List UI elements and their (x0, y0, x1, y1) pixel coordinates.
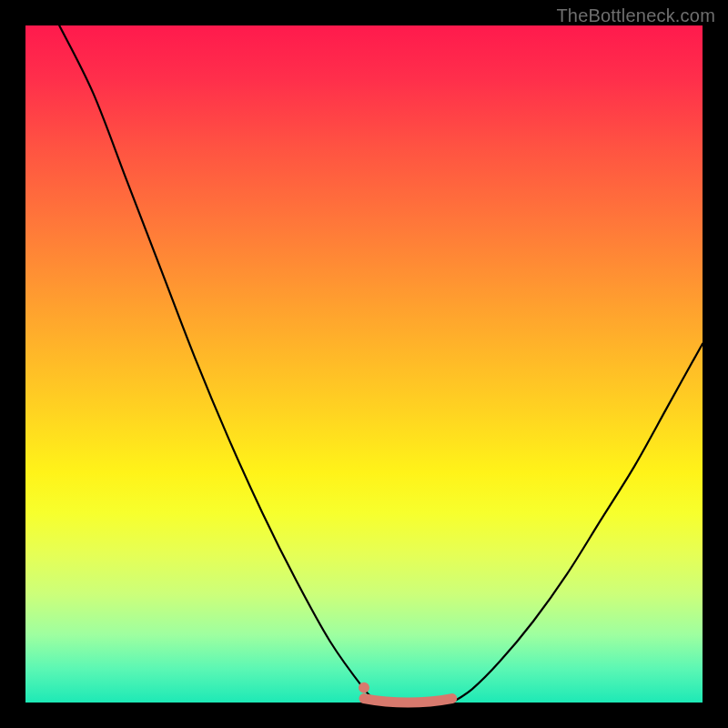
chart-frame: TheBottleneck.com (0, 0, 728, 728)
watermark-text: TheBottleneck.com (556, 5, 715, 26)
curve-layer (25, 25, 703, 703)
right-curve (452, 344, 703, 703)
left-curve (59, 25, 378, 703)
valley-band (364, 699, 452, 703)
plot-area (25, 25, 703, 703)
valley-dot (359, 682, 369, 693)
